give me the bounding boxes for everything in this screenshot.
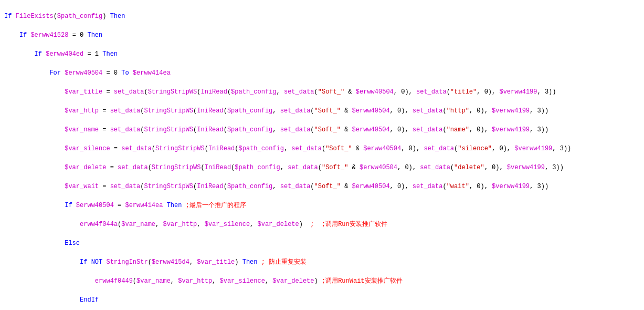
- code-line-9: $var_delete = set_data(StringStripWS(Ini…: [4, 163, 640, 172]
- code-line-7: $var_name = set_data(StringStripWS(IniRe…: [4, 125, 640, 135]
- code-line-8: $var_silence = set_data(StringStripWS(In…: [4, 144, 640, 153]
- code-line-15: erww4f0449($var_name, $var_http, $var_si…: [4, 276, 640, 286]
- code-editor: If FileExists($path_config) Then If $erw…: [4, 2, 640, 310]
- code-line-12: erww4f044a($var_name, $var_http, $var_si…: [4, 220, 640, 229]
- code-line-5: $var_title = set_data(StringStripWS(IniR…: [4, 87, 640, 97]
- code-line-6: $var_http = set_data(StringStripWS(IniRe…: [4, 106, 640, 116]
- code-line-11: If $erww40504 = $erww414ea Then ;最后一个推广的…: [4, 201, 640, 210]
- code-line-10: $var_wait = set_data(StringStripWS(IniRe…: [4, 182, 640, 191]
- code-line-13: Else: [4, 239, 640, 248]
- code-line-3: If $erww404ed = 1 Then: [4, 49, 640, 59]
- code-line-4: For $erww40504 = 0 To $erww414ea: [4, 68, 640, 78]
- code-line-16: EndIf: [4, 295, 640, 305]
- code-line-14: If NOT StringInStr($erww415d4, $var_titl…: [4, 257, 640, 267]
- code-line-1: If FileExists($path_config) Then: [4, 12, 640, 21]
- code-line-2: If $erww41528 = 0 Then: [4, 30, 640, 40]
